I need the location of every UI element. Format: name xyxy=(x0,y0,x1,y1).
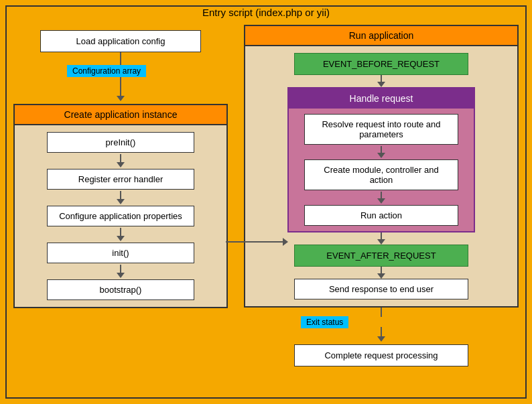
exit-arrow-section: Exit status xyxy=(287,308,475,342)
horizontal-arrow xyxy=(226,238,288,246)
exit-label: Exit status xyxy=(301,316,348,328)
arrow-head-1 xyxy=(117,96,125,101)
arrow-right-head xyxy=(283,238,288,246)
horiz-line xyxy=(226,241,283,243)
arrow-section-1: Configuration array xyxy=(40,52,201,101)
arrow-line-2 xyxy=(120,76,121,96)
arrow-line-1 xyxy=(120,52,121,66)
config-label: Configuration array xyxy=(67,65,146,77)
